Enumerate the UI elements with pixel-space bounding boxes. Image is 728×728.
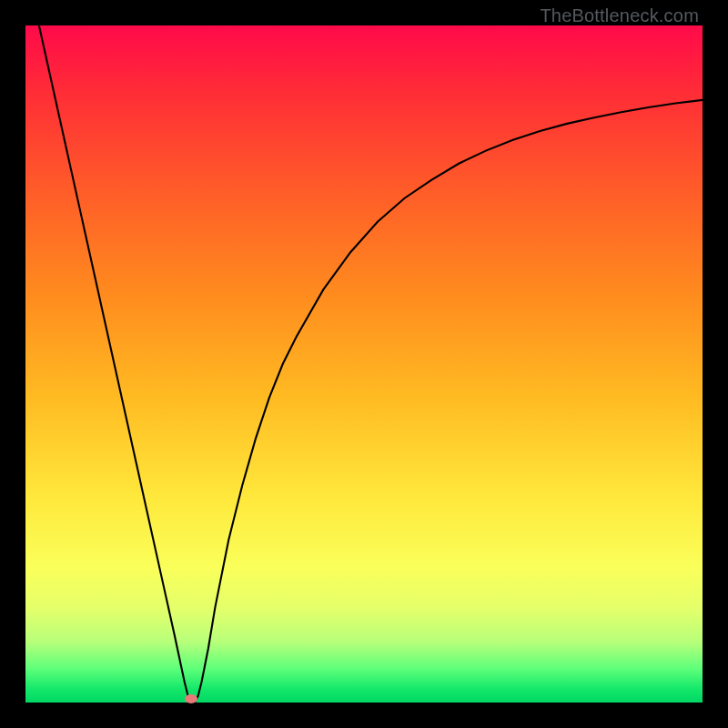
plot-area xyxy=(25,25,703,703)
chart-container: TheBottleneck.com xyxy=(0,0,728,728)
watermark: TheBottleneck.com xyxy=(540,5,699,26)
curve-line xyxy=(39,25,703,703)
minimum-marker xyxy=(185,694,197,703)
curve-svg xyxy=(25,25,703,703)
